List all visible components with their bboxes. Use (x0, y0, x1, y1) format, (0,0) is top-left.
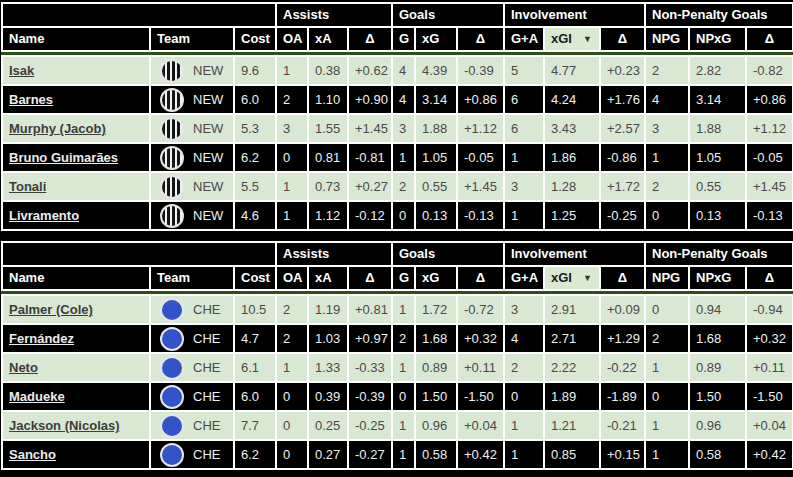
stat-cell: 1 (393, 144, 414, 171)
stat-cell: 0.96 (416, 412, 456, 439)
stat-cell: -0.33 (349, 354, 391, 381)
stat-cell: 1.05 (690, 144, 745, 171)
team-cell: CHE (151, 325, 233, 352)
col-header-xgi-sorted[interactable]: xGI ▼ (545, 28, 599, 50)
col-header-xg: xG (416, 28, 456, 50)
stat-cell: 5 (505, 57, 543, 84)
col-header-name: Name (3, 28, 149, 50)
sort-dropdown-icon[interactable]: ▼ (583, 28, 592, 50)
newcastle-badge-icon (160, 175, 184, 199)
stat-cell: 2 (277, 296, 307, 323)
stat-cell: 1.68 (416, 325, 456, 352)
player-link[interactable]: Madueke (9, 389, 65, 404)
stat-cell: +0.86 (747, 86, 792, 113)
player-link[interactable]: Livramento (9, 208, 79, 223)
player-name-cell: Madueke (3, 383, 149, 410)
player-link[interactable]: Isak (9, 63, 34, 78)
cost-cell: 7.7 (235, 412, 275, 439)
sort-dropdown-icon[interactable]: ▼ (583, 267, 592, 289)
stat-cell: 1.10 (309, 86, 347, 113)
stat-cell: -0.39 (458, 57, 503, 84)
table-row: TonaliNEW5.510.73+0.2720.55+1.4531.28+1.… (3, 173, 792, 200)
group-header-row: Assists Goals Involvement Non-Penalty Go… (3, 243, 792, 265)
column-header-row: Name Team Cost OA xA Δ G xG Δ G+A xGI ▼ … (3, 267, 792, 289)
stat-cell: 1.86 (545, 144, 599, 171)
frozen-row-divider (1, 52, 793, 55)
stat-cell: 0.25 (309, 412, 347, 439)
group-header-blank (3, 243, 275, 265)
table-row: Palmer (Cole)CHE10.521.19+0.8111.72-0.72… (3, 296, 792, 323)
stat-cell: -0.12 (349, 202, 391, 229)
stat-cell: 0 (277, 412, 307, 439)
col-header-oa: OA (277, 267, 307, 289)
stat-cell: 0.13 (416, 202, 456, 229)
table-row: LivramentoNEW4.611.12-0.1200.13-0.1311.2… (3, 202, 792, 229)
stat-cell: 0 (277, 441, 307, 468)
stats-table-new: Assists Goals Involvement Non-Penalty Go… (1, 2, 793, 231)
team-cell: CHE (151, 441, 233, 468)
stat-cell: 0 (646, 202, 688, 229)
stat-cell: 1 (505, 441, 543, 468)
stat-cell: -1.50 (747, 383, 792, 410)
stat-cell: 1.19 (309, 296, 347, 323)
stat-cell: 2 (505, 354, 543, 381)
player-name-cell: Palmer (Cole) (3, 296, 149, 323)
player-link[interactable]: Fernández (9, 331, 74, 346)
cost-cell: 5.3 (235, 115, 275, 142)
player-link[interactable]: Jackson (Nicolas) (9, 418, 120, 433)
stat-cell: 0.55 (690, 173, 745, 200)
col-header-team: Team (151, 28, 233, 50)
col-header-npg: NPG (646, 28, 688, 50)
player-link[interactable]: Tonali (9, 179, 46, 194)
team-cell: NEW (151, 57, 233, 84)
cost-cell: 5.5 (235, 173, 275, 200)
stat-cell: 0.85 (545, 441, 599, 468)
player-link[interactable]: Sancho (9, 447, 56, 462)
stat-cell: +1.72 (601, 173, 644, 200)
player-name-cell: Bruno Guimarães (3, 144, 149, 171)
stat-cell: -1.89 (601, 383, 644, 410)
group-header-blank (3, 4, 275, 26)
team-cell: NEW (151, 202, 233, 229)
player-link[interactable]: Neto (9, 360, 38, 375)
stat-cell: 0 (505, 383, 543, 410)
col-header-xgi-sorted[interactable]: xGI ▼ (545, 267, 599, 289)
stat-cell: +0.42 (747, 441, 792, 468)
col-header-involvement-delta: Δ (601, 28, 644, 50)
col-header-xg: xG (416, 267, 456, 289)
col-header-oa: OA (277, 28, 307, 50)
stat-cell: 1.72 (416, 296, 456, 323)
group-header-non-penalty-goals: Non-Penalty Goals (646, 4, 792, 26)
stat-cell: +0.42 (458, 441, 503, 468)
col-header-xgi-label: xGI (551, 267, 572, 289)
stat-cell: 0.38 (309, 57, 347, 84)
player-link[interactable]: Bruno Guimarães (9, 150, 118, 165)
col-header-np-delta: Δ (747, 267, 792, 289)
player-name-cell: Sancho (3, 441, 149, 468)
team-abbreviation: NEW (193, 202, 223, 229)
newcastle-badge-icon (160, 117, 184, 141)
stat-cell: +0.09 (601, 296, 644, 323)
player-name-cell: Tonali (3, 173, 149, 200)
stat-cell: 0.89 (690, 354, 745, 381)
stat-cell: 4 (393, 57, 414, 84)
stat-cell: -0.21 (601, 412, 644, 439)
team-cell: CHE (151, 354, 233, 381)
cost-cell: 6.0 (235, 86, 275, 113)
player-link[interactable]: Barnes (9, 92, 53, 107)
table-row: Jackson (Nicolas)CHE7.700.25-0.2510.96+0… (3, 412, 792, 439)
table-row: NetoCHE6.111.33-0.3310.89+0.1122.22-0.22… (3, 354, 792, 381)
stat-cell: 3.14 (690, 86, 745, 113)
stat-cell: 2.91 (545, 296, 599, 323)
stat-cell: -0.13 (747, 202, 792, 229)
column-header-row: Name Team Cost OA xA Δ G xG Δ G+A xGI ▼ … (3, 28, 792, 50)
stat-cell: 2.22 (545, 354, 599, 381)
stat-cell: 1.88 (416, 115, 456, 142)
stat-cell: 4.24 (545, 86, 599, 113)
player-link[interactable]: Murphy (Jacob) (9, 121, 106, 136)
player-link[interactable]: Palmer (Cole) (9, 302, 93, 317)
team-abbreviation: NEW (193, 86, 223, 113)
player-name-cell: Murphy (Jacob) (3, 115, 149, 142)
stat-cell: 1 (277, 173, 307, 200)
stat-cell: -0.86 (601, 144, 644, 171)
